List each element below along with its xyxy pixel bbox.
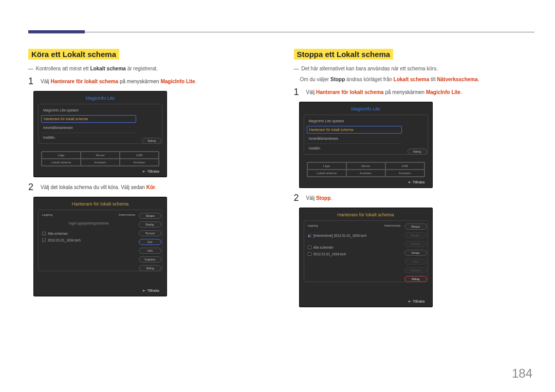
header-rule xyxy=(28,32,534,32)
left-column: Köra ett Lokalt schema ― Kontrollera att… xyxy=(28,49,269,307)
screen-title: MagicInfo Lite xyxy=(304,106,428,111)
screen-title: MagicInfo Lite xyxy=(38,96,162,101)
info-button: Info xyxy=(404,258,427,265)
checkbox-checked-icon[interactable]: ✓ xyxy=(42,232,46,235)
menu-item-content[interactable]: Innehållshanterare xyxy=(41,124,136,132)
right-step-2: 2 Välj Stopp. xyxy=(294,193,535,202)
left-step-1: 1 Välj Hanterare för lokalt schema på me… xyxy=(28,77,269,86)
return-icon: ➔ xyxy=(142,170,145,174)
edit-button[interactable]: Redig. xyxy=(139,221,161,228)
now-playing-row[interactable]: ▶ [Internminne] 2012.01.01_1834.lsch xyxy=(307,232,402,239)
footer-back[interactable]: ➔Tillbaka xyxy=(304,180,428,184)
menu-item-player[interactable]: MagicInfo Lite-spelare xyxy=(307,117,402,125)
side-buttons: Skapa Redig. Ta bort Kör Info Kopiera St… xyxy=(139,213,161,271)
menu-item-settings[interactable]: Inställn. xyxy=(307,143,402,152)
right-note-2: Om du väljer Stopp ändras körläget från … xyxy=(294,76,535,83)
footer-back[interactable]: ➔Tillbaka xyxy=(38,289,162,293)
left-heading: Köra ett Lokalt schema xyxy=(28,49,119,60)
close-button[interactable]: Stäng xyxy=(408,148,427,155)
return-icon: ➔ xyxy=(408,180,411,184)
left-screen-scheduler: Hanterare för lokalt schema Lagring Inte… xyxy=(33,197,167,296)
menu-item-local-schedule[interactable]: Hanterare för lokalt schema xyxy=(41,115,136,123)
create-button[interactable]: Skapa xyxy=(404,223,427,230)
screen-title: Hanterare för lokalt schema xyxy=(304,212,428,217)
footer-back[interactable]: ➔Tillbaka xyxy=(304,300,428,304)
run-button[interactable]: Kör xyxy=(139,239,161,245)
edit-button: Redig. xyxy=(404,232,427,238)
close-button[interactable]: Stäng xyxy=(142,138,161,144)
left-note: ― Kontrollera att minst ett Lokalt schem… xyxy=(28,65,269,72)
all-schemes-row[interactable]: Alla scheman xyxy=(307,244,402,251)
delete-button: Ta bort xyxy=(404,241,427,247)
play-indicator-icon: ▶ xyxy=(308,234,311,237)
schedule-item[interactable]: 2012.01.01_1834.lsch xyxy=(307,251,402,257)
left-screen-magicinfo: MagicInfo Lite MagicInfo Lite-spelare Ha… xyxy=(33,91,167,177)
delete-button[interactable]: Ta bort xyxy=(139,230,161,236)
status-grid: Läge Server USB Lokalt schema Ansluten A… xyxy=(41,151,159,166)
right-screen-magicinfo: MagicInfo Lite MagicInfo Lite-spelare Ha… xyxy=(299,102,433,188)
status-grid: Läge Server USB Lokalt schema Ansluten A… xyxy=(307,162,425,177)
menu-item-settings[interactable]: Inställn. xyxy=(41,133,136,141)
checkbox-checked-icon[interactable]: ✓ xyxy=(42,238,46,242)
screen-title: Hanterare för lokalt schema xyxy=(38,201,162,207)
info-button[interactable]: Info xyxy=(139,248,161,254)
page-number: 184 xyxy=(512,366,532,381)
side-buttons: Skapa Redig. Ta bort Stopp Info Kopiera … xyxy=(404,223,427,282)
stop-button[interactable]: Stopp xyxy=(404,250,427,256)
schedule-item[interactable]: ✓ 2012.01.01_1834.lsch xyxy=(41,237,136,244)
return-icon: ➔ xyxy=(408,300,411,304)
right-step-1: 1 Välj Hanterare för lokalt schema på me… xyxy=(294,87,535,97)
left-step-2: 2 Välj det lokala schema du vill köra. V… xyxy=(28,182,269,192)
menu-item-content[interactable]: Innehållshanterare xyxy=(307,135,402,142)
footer-back[interactable]: ➔Tillbaka xyxy=(38,170,162,174)
checkbox-icon[interactable] xyxy=(308,252,311,256)
close-button[interactable]: Stäng xyxy=(139,265,161,271)
menu-item-player[interactable]: MagicInfo Lite-spelare xyxy=(41,106,136,114)
checkbox-icon[interactable] xyxy=(308,246,311,249)
close-button[interactable]: Stäng xyxy=(404,276,427,282)
all-schemes-row[interactable]: ✓ Alla scheman xyxy=(41,230,136,237)
right-heading: Stoppa ett Lokalt schema xyxy=(294,49,394,60)
menu-item-local-schedule[interactable]: Hanterare för lokalt schema xyxy=(307,126,402,134)
right-screen-scheduler: Hanterare för lokalt schema Lagring Inte… xyxy=(299,208,433,307)
right-note-1: ― Det här alternativet kan bara användas… xyxy=(294,65,535,72)
return-icon: ➔ xyxy=(142,289,145,293)
right-column: Stoppa ett Lokalt schema ― Det här alter… xyxy=(294,49,535,307)
copy-button: Kopiera xyxy=(404,267,427,273)
create-button[interactable]: Skapa xyxy=(139,213,161,219)
copy-button[interactable]: Kopiera xyxy=(139,256,161,263)
